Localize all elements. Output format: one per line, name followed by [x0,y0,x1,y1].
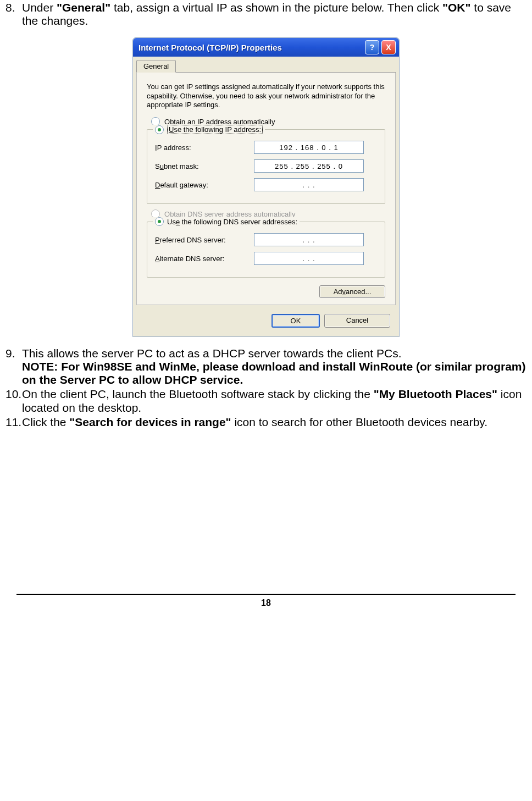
alternate-dns-input[interactable]: . . . [254,252,364,265]
help-button[interactable]: ? [365,40,379,54]
step-10-bold: "My Bluetooth Places" [374,388,497,400]
radio-use-dns[interactable]: Use the following DNS server addresses: [153,217,300,226]
subnet-mask-label: Subnet mask: [155,162,254,170]
step-10: 10. On the client PC, launch the Bluetoo… [5,388,527,414]
radio-icon [155,125,164,134]
step-8-bold-general: "General" [57,1,110,14]
ip-address-input[interactable]: 192 . 168 . 0 . 1 [254,141,364,154]
tab-general[interactable]: General [136,60,176,73]
step-9-line1: This allows the server PC to act as a DH… [22,347,402,360]
step-8-pre: Under [22,1,57,14]
dialog-description: You can get IP settings assigned automat… [147,82,385,109]
subnet-mask-row: Subnet mask: 255 . 255 . 255 . 0 [155,159,377,173]
page-number: 18 [5,598,527,608]
advanced-button[interactable]: Advanced... [319,285,385,298]
radio-use-ip[interactable]: Use the following IP address: [153,125,265,134]
dialog-footer: OK Cancel [133,308,399,336]
step-11-number: 11. [5,416,22,429]
tab-strip: General [136,60,396,73]
step-10-text: On the client PC, launch the Bluetooth s… [22,388,527,414]
ok-button[interactable]: OK [271,314,320,328]
dns-group: Use the following DNS server addresses: … [147,222,385,278]
dialog-container: Internet Protocol (TCP/IP) Properties ? … [5,37,527,337]
step-8-mid: tab, assign a virtual IP as shown in the… [110,1,442,14]
step-11-bold: "Search for devices in range" [69,416,231,428]
step-9: 9. This allows the server PC to act as a… [5,347,527,386]
dialog-titlebar[interactable]: Internet Protocol (TCP/IP) Properties ? … [133,38,399,57]
radio-use-ip-label: Use the following IP address: [167,125,263,134]
footer-divider [16,594,516,595]
step-11-text: Click the "Search for devices in range" … [22,416,527,429]
close-button[interactable]: X [381,40,396,54]
radio-use-dns-label: Use the following DNS server addresses: [167,218,297,226]
dialog-title: Internet Protocol (TCP/IP) Properties [138,43,363,52]
step-10-pre: On the client PC, launch the Bluetooth s… [22,388,374,400]
alternate-dns-row: Alternate DNS server: . . . [155,252,377,265]
preferred-dns-label: Preferred DNS server: [155,236,254,244]
step-10-number: 10. [5,388,22,414]
ip-address-row: IP address: 192 . 168 . 0 . 1 [155,141,377,154]
preferred-dns-row: Preferred DNS server: . . . [155,233,377,246]
close-icon: X [386,43,391,52]
dialog-content: You can get IP settings assigned automat… [136,73,396,305]
step-8-bold-ok: "OK" [442,1,470,14]
ip-address-label: IP address: [155,143,254,152]
step-9-note: NOTE: For Win98SE and WinMe, please down… [22,360,526,386]
step-11-pre: Click the [22,416,69,428]
step-11-post: icon to search for other Bluetooth devic… [231,416,488,428]
default-gateway-row: Default gateway: . . . [155,178,377,191]
default-gateway-input[interactable]: . . . [254,178,364,191]
help-icon: ? [370,43,375,52]
alternate-dns-label: Alternate DNS server: [155,255,254,263]
advanced-row: Advanced... [147,285,385,298]
radio-icon [155,217,164,226]
cancel-button[interactable]: Cancel [324,314,390,328]
step-8: 8. Under "General" tab, assign a virtual… [5,1,527,27]
preferred-dns-input[interactable]: . . . [254,233,364,246]
step-8-text: Under "General" tab, assign a virtual IP… [22,1,527,27]
tcp-ip-properties-dialog: Internet Protocol (TCP/IP) Properties ? … [132,37,400,337]
ip-address-group: Use the following IP address: IP address… [147,129,385,204]
step-9-text: This allows the server PC to act as a DH… [22,347,527,386]
step-11: 11. Click the "Search for devices in ran… [5,416,527,429]
subnet-mask-input[interactable]: 255 . 255 . 255 . 0 [254,159,364,173]
default-gateway-label: Default gateway: [155,181,254,189]
step-8-number: 8. [5,1,22,27]
step-9-number: 9. [5,347,22,386]
